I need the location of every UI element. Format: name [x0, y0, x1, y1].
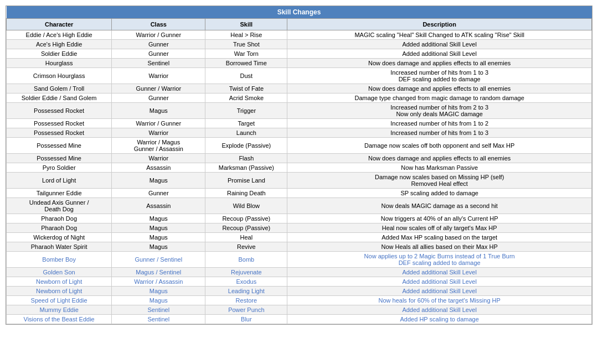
- table-row: Possessed RocketMagusTriggerIncreased nu…: [7, 103, 592, 119]
- cell-skill: Rejuvenate: [205, 268, 287, 277]
- cell-skill: Explode (Passive): [205, 138, 287, 154]
- cell-character: Pharaoh Dog: [7, 223, 112, 233]
- cell-character: Visions of the Beast Eddie: [7, 315, 112, 324]
- cell-skill: Raining Death: [205, 189, 287, 198]
- cell-skill: Launch: [205, 128, 287, 138]
- cell-class: Sentinel: [112, 59, 205, 68]
- cell-description: Damage now scales based on Missing HP (s…: [287, 173, 592, 189]
- table-row: Crimson HourglassWarriorDustIncreased nu…: [7, 68, 592, 84]
- table-row: HourglassSentinelBorrowed TimeNow does d…: [7, 59, 592, 68]
- cell-character: Possessed Rocket: [7, 119, 112, 128]
- cell-description: Added additional Skill Level: [287, 287, 592, 296]
- cell-skill: War Torn: [205, 49, 287, 59]
- cell-description: Now Heals all allies based on their Max …: [287, 242, 592, 252]
- cell-description: Damage type changed from magic damage to…: [287, 93, 592, 103]
- cell-character: Hourglass: [7, 59, 112, 68]
- cell-character: Speed of Light Eddie: [7, 296, 112, 305]
- table-row: Wickerdog of NightMagusHealAdded Max HP …: [7, 233, 592, 242]
- cell-character: Possessed Mine: [7, 154, 112, 163]
- table-row: Soldier Eddie / Sand GolemGunnerAcrid Sm…: [7, 93, 592, 103]
- cell-description: Heal now scales off of ally target's Max…: [287, 223, 592, 233]
- cell-character: Lord of Light: [7, 173, 112, 189]
- cell-description: Increased number of hits from 1 to 3: [287, 128, 592, 138]
- cell-description: Added additional Skill Level: [287, 268, 592, 277]
- cell-class: Gunner: [112, 93, 205, 103]
- cell-character: Tailgunner Eddie: [7, 189, 112, 198]
- table-row: Undead Axis Gunner / Death DogAssassinWi…: [7, 198, 592, 214]
- cell-character: Mummy Eddie: [7, 305, 112, 315]
- cell-class: Gunner / Sentinel: [112, 252, 205, 268]
- table-row: Pyro SoldierAssassinMarksman (Passive)No…: [7, 163, 592, 173]
- table-row: Newborn of LightWarrior / AssassinExodus…: [7, 277, 592, 287]
- cell-class: Magus: [112, 242, 205, 252]
- cell-description: Now deals MAGIC damage as a second hit: [287, 198, 592, 214]
- cell-description: Now has Marksman Passive: [287, 163, 592, 173]
- cell-class: Assassin: [112, 163, 205, 173]
- skill-changes-table: Skill Changes Character Class Skill Desc…: [6, 6, 592, 325]
- cell-class: Gunner: [112, 49, 205, 59]
- cell-character: Pyro Soldier: [7, 163, 112, 173]
- cell-description: Damage now scales off both opponent and …: [287, 138, 592, 154]
- cell-class: Warrior / Magus Gunner / Assassin: [112, 138, 205, 154]
- table-row: Soldier EddieGunnerWar TornAdded additio…: [7, 49, 592, 59]
- cell-skill: Recoup (Passive): [205, 214, 287, 223]
- table-row: Lord of LightMagusPromise LandDamage now…: [7, 173, 592, 189]
- cell-character: Crimson Hourglass: [7, 68, 112, 84]
- table-row: Pharaoh DogMagusRecoup (Passive)Now trig…: [7, 214, 592, 223]
- table-row: Possessed MineWarrior / Magus Gunner / A…: [7, 138, 592, 154]
- cell-class: Magus / Sentinel: [112, 268, 205, 277]
- header-skill: Skill: [205, 19, 287, 30]
- cell-class: Gunner / Warrior: [112, 84, 205, 93]
- table-title-row: Skill Changes: [7, 6, 592, 19]
- cell-skill: Heal > Rise: [205, 30, 287, 40]
- cell-skill: Twist of Fate: [205, 84, 287, 93]
- cell-description: Increased number of hits from 2 to 3 Now…: [287, 103, 592, 119]
- cell-class: Gunner: [112, 189, 205, 198]
- cell-class: Magus: [112, 233, 205, 242]
- cell-skill: Blur: [205, 315, 287, 324]
- cell-description: Added additional Skill Level: [287, 305, 592, 315]
- cell-skill: Bomb: [205, 252, 287, 268]
- cell-description: Now triggers at 40% of an ally's Current…: [287, 214, 592, 223]
- table-row: Speed of Light EddieMagusRestoreNow heal…: [7, 296, 592, 305]
- table-row: Pharaoh Water SpiritMagusReviveNow Heals…: [7, 242, 592, 252]
- cell-class: Warrior: [112, 68, 205, 84]
- cell-character: Eddie / Ace's High Eddie: [7, 30, 112, 40]
- cell-skill: Recoup (Passive): [205, 223, 287, 233]
- cell-skill: Revive: [205, 242, 287, 252]
- cell-description: SP scaling added to damage: [287, 189, 592, 198]
- cell-character: Undead Axis Gunner / Death Dog: [7, 198, 112, 214]
- table-row: Tailgunner EddieGunnerRaining DeathSP sc…: [7, 189, 592, 198]
- cell-class: Warrior / Assassin: [112, 277, 205, 287]
- cell-character: Sand Golem / Troll: [7, 84, 112, 93]
- table-row: Ace's High EddieGunnerTrue ShotAdded add…: [7, 40, 592, 49]
- cell-character: Golden Son: [7, 268, 112, 277]
- cell-description: Added additional Skill Level: [287, 40, 592, 49]
- cell-description: MAGIC scaling "Heal" Skill Changed to AT…: [287, 30, 592, 40]
- cell-class: Magus: [112, 214, 205, 223]
- cell-skill: Acrid Smoke: [205, 93, 287, 103]
- table-title: Skill Changes: [7, 6, 592, 19]
- cell-class: Gunner: [112, 40, 205, 49]
- cell-character: Pharaoh Dog: [7, 214, 112, 223]
- cell-skill: Dust: [205, 68, 287, 84]
- cell-class: Magus: [112, 296, 205, 305]
- cell-skill: Target: [205, 119, 287, 128]
- cell-class: Warrior: [112, 154, 205, 163]
- cell-character: Pharaoh Water Spirit: [7, 242, 112, 252]
- cell-character: Possessed Mine: [7, 138, 112, 154]
- cell-character: Wickerdog of Night: [7, 233, 112, 242]
- cell-skill: Trigger: [205, 103, 287, 119]
- cell-description: Now does damage and applies effects to a…: [287, 154, 592, 163]
- cell-character: Soldier Eddie: [7, 49, 112, 59]
- cell-skill: Heal: [205, 233, 287, 242]
- cell-skill: Leading Light: [205, 287, 287, 296]
- cell-class: Warrior / Gunner: [112, 30, 205, 40]
- table-row: Pharaoh DogMagusRecoup (Passive)Heal now…: [7, 223, 592, 233]
- header-class: Class: [112, 19, 205, 30]
- table-row: Possessed RocketWarriorLaunchIncreased n…: [7, 128, 592, 138]
- table-row: Visions of the Beast EddieSentinelBlurAd…: [7, 315, 592, 324]
- cell-character: Soldier Eddie / Sand Golem: [7, 93, 112, 103]
- cell-description: Added HP scaling to damage: [287, 315, 592, 324]
- cell-class: Sentinel: [112, 315, 205, 324]
